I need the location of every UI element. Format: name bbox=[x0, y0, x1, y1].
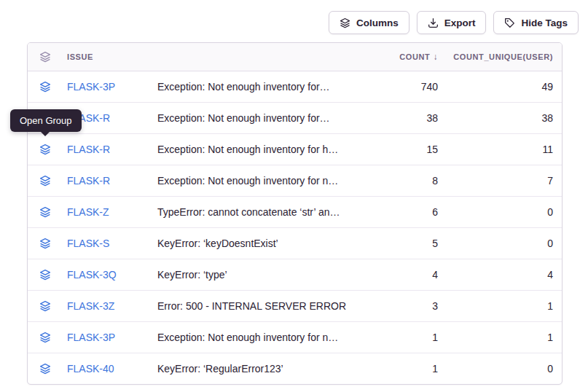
count-value: 1 bbox=[350, 332, 445, 343]
table-row: FLASK-3Z Error: 500 - INTERNAL SERVER ER… bbox=[28, 290, 562, 321]
open-group-icon[interactable] bbox=[39, 300, 51, 312]
count-unique-value: 0 bbox=[445, 238, 562, 249]
issue-column-layers-icon bbox=[28, 51, 63, 63]
count-value: 740 bbox=[350, 81, 445, 93]
count-unique-value: 49 bbox=[445, 81, 562, 93]
hide-tags-button-label: Hide Tags bbox=[521, 17, 568, 28]
column-header-issue[interactable]: ISSUE bbox=[63, 52, 152, 61]
open-group-icon[interactable] bbox=[39, 144, 51, 155]
table-row: FLASK-3Q KeyError: ‘type’ 4 4 bbox=[28, 259, 562, 290]
export-button-label: Export bbox=[444, 17, 476, 28]
download-icon bbox=[428, 17, 439, 28]
open-group-icon[interactable] bbox=[39, 81, 51, 93]
issue-link[interactable]: FLASK-40 bbox=[67, 363, 114, 375]
column-header-count-unique[interactable]: COUNT_UNIQUE(USER) bbox=[445, 52, 562, 61]
table-row: FLASK-3P Exception: Not enough inventory… bbox=[28, 321, 562, 353]
table-row: FLASK-R Exception: Not enough inventory … bbox=[28, 102, 562, 133]
issue-title: Exception: Not enough inventory for n… bbox=[152, 175, 350, 187]
count-value: 15 bbox=[350, 144, 445, 155]
count-unique-value: 0 bbox=[445, 206, 562, 218]
open-group-tooltip: Open Group bbox=[10, 109, 82, 132]
count-value: 38 bbox=[350, 112, 445, 124]
count-value: 5 bbox=[350, 238, 445, 249]
toolbar: Columns Export Hide Tags bbox=[329, 11, 579, 34]
issues-table: ISSUE COUNT↓ COUNT_UNIQUE(USER) FLASK-3P… bbox=[27, 42, 562, 385]
issue-title: Exception: Not enough inventory for… bbox=[152, 112, 350, 124]
issue-title: Error: 500 - INTERNAL SERVER ERROR bbox=[152, 300, 350, 312]
export-button[interactable]: Export bbox=[417, 11, 487, 34]
table-row: FLASK-R Exception: Not enough inventory … bbox=[28, 165, 562, 196]
layers-icon bbox=[340, 17, 350, 28]
count-unique-value: 1 bbox=[445, 300, 562, 312]
table-row: FLASK-S KeyError: ‘keyDoesntExist’ 5 0 bbox=[28, 227, 562, 259]
open-group-icon[interactable] bbox=[39, 363, 51, 375]
count-value: 3 bbox=[350, 300, 445, 312]
issue-link[interactable]: FLASK-3P bbox=[67, 332, 115, 343]
open-group-icon[interactable] bbox=[39, 269, 51, 281]
issue-title: KeyError: ‘keyDoesntExist’ bbox=[152, 238, 350, 249]
issue-link[interactable]: FLASK-R bbox=[67, 144, 110, 155]
count-unique-value: 4 bbox=[445, 269, 562, 281]
count-value: 4 bbox=[350, 269, 445, 281]
count-header-label: COUNT bbox=[399, 52, 430, 61]
issue-link[interactable]: FLASK-3Z bbox=[67, 300, 114, 312]
open-group-icon[interactable] bbox=[39, 206, 51, 218]
issue-title: Exception: Not enough inventory for n… bbox=[152, 332, 350, 343]
count-unique-value: 7 bbox=[445, 175, 562, 187]
hide-tags-button[interactable]: Hide Tags bbox=[493, 11, 579, 34]
open-group-icon[interactable] bbox=[39, 175, 51, 187]
open-group-icon[interactable] bbox=[39, 238, 51, 249]
tag-icon bbox=[504, 17, 515, 28]
sort-desc-icon: ↓ bbox=[433, 52, 438, 62]
count-value: 8 bbox=[350, 175, 445, 187]
table-row: FLASK-40 KeyError: ‘RegularError123’ 1 0 bbox=[28, 353, 562, 384]
table-row: FLASK-Z TypeError: cannot concatenate ‘s… bbox=[28, 196, 562, 227]
table-header-row: ISSUE COUNT↓ COUNT_UNIQUE(USER) bbox=[28, 43, 562, 71]
issue-link[interactable]: FLASK-S bbox=[67, 238, 109, 249]
issue-title: Exception: Not enough inventory for… bbox=[152, 81, 350, 93]
issue-title: TypeError: cannot concatenate ‘str’ an… bbox=[152, 206, 350, 218]
count-unique-value: 1 bbox=[445, 332, 562, 343]
count-value: 6 bbox=[350, 206, 445, 218]
open-group-icon[interactable] bbox=[39, 332, 51, 343]
issue-link[interactable]: FLASK-R bbox=[67, 175, 110, 187]
columns-button-label: Columns bbox=[356, 17, 399, 28]
table-row: FLASK-3P Exception: Not enough inventory… bbox=[28, 71, 562, 102]
issue-title: KeyError: ‘type’ bbox=[152, 269, 350, 281]
issue-link[interactable]: FLASK-Z bbox=[67, 206, 109, 218]
issue-title: KeyError: ‘RegularError123’ bbox=[152, 363, 350, 375]
column-header-count[interactable]: COUNT↓ bbox=[350, 52, 445, 62]
count-unique-value: 0 bbox=[445, 363, 562, 375]
count-unique-value: 38 bbox=[445, 112, 562, 124]
columns-button[interactable]: Columns bbox=[329, 11, 409, 34]
count-unique-value: 11 bbox=[445, 144, 562, 155]
issue-title: Exception: Not enough inventory for h… bbox=[152, 144, 350, 155]
issue-link[interactable]: FLASK-3Q bbox=[67, 269, 117, 281]
table-row: FLASK-R Exception: Not enough inventory … bbox=[28, 133, 562, 165]
count-value: 1 bbox=[350, 363, 445, 375]
issue-link[interactable]: FLASK-3P bbox=[67, 81, 115, 93]
